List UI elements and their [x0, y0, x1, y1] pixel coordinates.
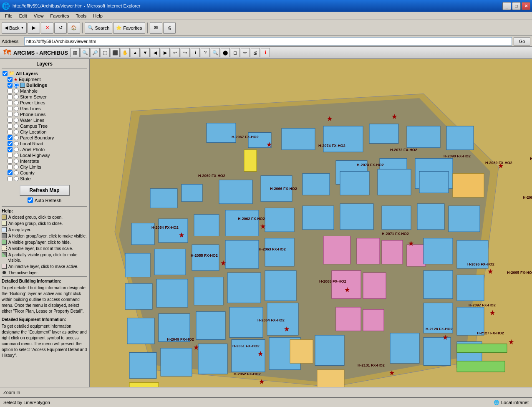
map-btn-clear[interactable]: ✏ [241, 48, 250, 57]
address-bar: Address Go [0, 36, 532, 47]
layer-interstate[interactable]: Interstate [2, 158, 87, 164]
auto-refresh-checkbox[interactable] [28, 197, 33, 203]
map-btn-down[interactable]: ▼ [141, 48, 150, 57]
label-h2131: H-2131 FX-HO2 [358, 363, 385, 367]
map-btn-identify[interactable]: ℹ [191, 48, 200, 57]
svg-rect-27 [303, 206, 334, 230]
svg-rect-56 [196, 311, 225, 339]
map-btn-query[interactable]: ? [201, 48, 210, 57]
label-h2088: H-2088 FX-HO2 [530, 157, 532, 161]
label-h2096: H-2096 FX-HO2 [467, 262, 494, 266]
label-h2066: H-2066 FX-HO2 [270, 187, 297, 191]
svg-rect-35 [407, 245, 426, 266]
mail-button[interactable]: ✉ [150, 22, 162, 34]
equipment-info-title: Detailed Equipment Information: [2, 317, 87, 323]
menu-favorites[interactable]: Favorites [47, 13, 72, 19]
layer-all-layers[interactable]: 📁 All Layers [2, 70, 87, 76]
map-btn-info[interactable]: ℹ [261, 48, 270, 57]
map-btn-zoomfull[interactable]: ⬚ [101, 48, 110, 57]
home-button[interactable]: 🏠 [68, 22, 80, 34]
label-h2127: H-2127 FX-HO2 [477, 331, 504, 335]
globe-icon: 🌐 [494, 400, 499, 405]
inactive-layer-icon [2, 264, 7, 269]
layer-water-lines[interactable]: Water Lines [2, 117, 87, 123]
map-btn-print[interactable]: 🖨 [251, 48, 260, 57]
layer-storm-sewer[interactable]: Storm Sewer [2, 94, 87, 100]
close-button[interactable]: ✕ [522, 2, 530, 10]
map-btn-up[interactable]: ▲ [131, 48, 140, 57]
svg-rect-17 [303, 174, 330, 195]
svg-rect-3 [207, 123, 236, 142]
maximize-button[interactable]: □ [512, 2, 521, 10]
layer-gas-lines[interactable]: Gas Lines [2, 106, 87, 111]
svg-rect-71 [317, 370, 344, 387]
star-17: ★ [442, 334, 448, 341]
svg-rect-76 [244, 150, 257, 172]
layer-equipment[interactable]: ★ Equipment [2, 76, 87, 82]
menu-help[interactable]: Help [90, 13, 106, 19]
svg-rect-26 [265, 208, 294, 232]
svg-rect-45 [424, 238, 453, 264]
address-input[interactable] [24, 37, 512, 46]
layer-buildings[interactable]: Buildings [2, 82, 87, 88]
layer-power-lines[interactable]: Power Lines [2, 100, 87, 106]
menu-edit[interactable]: Edit [16, 13, 30, 19]
map-btn-prev[interactable]: ↩ [171, 48, 180, 57]
map-btn-buffer[interactable]: ⬤ [221, 48, 230, 57]
refresh-map-button[interactable]: Refresh Map [20, 185, 70, 196]
svg-rect-34 [382, 240, 403, 264]
back-dropdown-icon: ▼ [20, 26, 24, 30]
layer-ariel-photo[interactable]: . Ariel Photo [2, 147, 87, 152]
layer-county[interactable]: County [2, 170, 87, 176]
layer-phone-lines[interactable]: Phone Lines [2, 111, 87, 117]
layer-city-limits[interactable]: City Limits [2, 164, 87, 170]
layer-campus-tree[interactable]: Campus Tree [2, 123, 87, 129]
back-button[interactable]: ◀ Back ▼ [2, 22, 27, 34]
search-icon: 🔍 [88, 25, 93, 30]
forward-button[interactable]: ▶ [28, 22, 40, 34]
stop-button[interactable]: ✕ [41, 22, 53, 34]
toolbar-sep-1 [82, 23, 83, 33]
refresh-button[interactable]: ↺ [54, 22, 67, 34]
map-btn-pan[interactable]: ✋ [121, 48, 130, 57]
go-button[interactable]: Go [514, 37, 530, 46]
layer-local-road[interactable]: Local Road [2, 141, 87, 147]
svg-rect-38 [336, 307, 361, 331]
map-btn-zoomout[interactable]: 🔎 [91, 48, 100, 57]
map-btn-zoomactive[interactable]: ⬛ [111, 48, 120, 57]
layer-manhole[interactable]: Manhole [2, 88, 87, 94]
menu-tools[interactable]: Tools [73, 13, 90, 19]
help-title: Help: [2, 208, 87, 213]
svg-rect-21 [453, 174, 484, 197]
help-inactive-layer: An inactive layer, click to make active. [2, 264, 87, 269]
layer-state[interactable]: State [2, 176, 87, 182]
layer-parcel-boundary[interactable]: Parcel Boundary [2, 135, 87, 141]
map-area[interactable]: ★ ★ ★ ★ ★ ★ ★ ★ ★ ★ ★ ★ ★ ★ ★ ★ ★ ★ ★ ★ … [90, 59, 532, 387]
svg-rect-25 [225, 210, 259, 236]
menu-file[interactable]: File [2, 13, 16, 19]
svg-rect-67 [390, 333, 419, 363]
map-btn-select[interactable]: ▦ [71, 48, 80, 57]
star-1: ★ [266, 140, 272, 148]
map-btn-right[interactable]: ▶ [161, 48, 170, 57]
svg-rect-14 [182, 185, 202, 202]
minimize-button[interactable]: _ [502, 2, 511, 10]
layer-photo-icon: . [20, 148, 21, 152]
map-btn-left[interactable]: ◀ [151, 48, 160, 57]
ie-toolbar: ◀ Back ▼ ▶ ✕ ↺ 🏠 🔍 Search ⭐ Favorites ✉ … [0, 20, 532, 36]
layer-city-location[interactable]: City Location [2, 129, 87, 135]
map-btn-find[interactable]: 🔍 [211, 48, 220, 57]
favorites-button[interactable]: ⭐ Favorites [113, 22, 145, 34]
print-button[interactable]: 🖨 [163, 22, 176, 34]
svg-rect-31 [449, 206, 480, 232]
map-btn-zoomin[interactable]: 🔍 [81, 48, 90, 57]
info-section: Detailed Building Information: To get de… [2, 276, 87, 359]
map-btn-next[interactable]: ↪ [181, 48, 190, 57]
layer-local-highway[interactable]: Local Highway [2, 152, 87, 158]
menu-view[interactable]: View [30, 13, 47, 19]
search-button[interactable]: 🔍 Search [85, 22, 112, 34]
map-layer-icon [2, 227, 7, 232]
map-btn-select2[interactable]: ◻ [231, 48, 240, 57]
star-9: ★ [179, 231, 184, 238]
svg-rect-48 [156, 279, 188, 307]
